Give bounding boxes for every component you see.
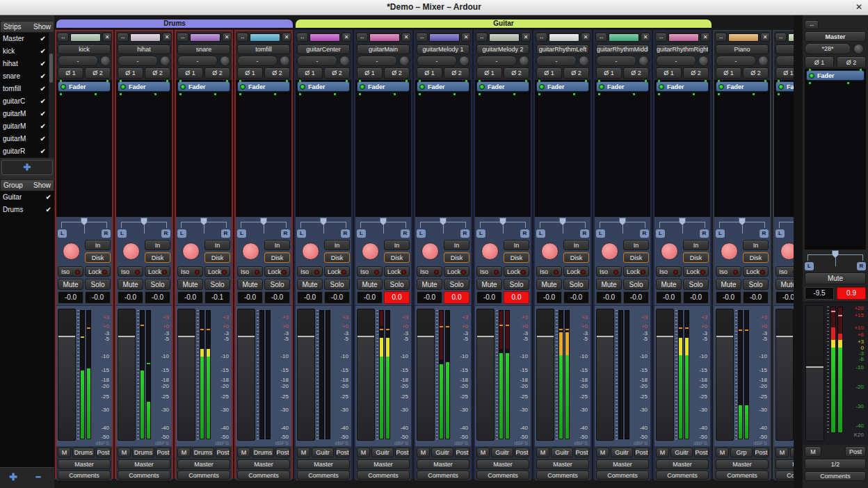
phase-2-button[interactable]: Ø 2 (85, 67, 111, 79)
disk-monitor-button[interactable]: Disk (743, 252, 769, 263)
gain-fader[interactable] (656, 309, 674, 441)
record-enable-button[interactable] (541, 243, 558, 260)
gain-display[interactable]: -0.0 (177, 291, 203, 304)
output-route-button[interactable]: Master (118, 459, 170, 469)
trim-button[interactable]: - (716, 56, 756, 66)
processor-box[interactable]: Fader (176, 80, 232, 217)
group-button[interactable]: Guitr (670, 448, 693, 457)
master-phase-2-button[interactable]: Ø 2 (837, 56, 866, 68)
phase-1-button[interactable]: Ø 1 (775, 67, 794, 79)
pan-widget[interactable]: LR (595, 217, 650, 238)
peak-display[interactable]: -0.1 (204, 291, 230, 304)
record-enable-button[interactable] (481, 243, 499, 260)
add-strip-button[interactable]: ✚ (1, 160, 53, 175)
trim-knob[interactable] (459, 56, 469, 66)
solo-isolate-button[interactable]: Iso (656, 266, 682, 277)
master-output-route-button[interactable]: 1/2 (805, 459, 866, 469)
fader-processor[interactable]: Fader (417, 81, 469, 92)
peak-display[interactable]: -0.0 (145, 291, 170, 304)
strip-color-swatch[interactable] (250, 33, 280, 42)
metering-point-button[interactable]: Post (335, 448, 350, 457)
mute-button[interactable]: Mute (536, 279, 562, 290)
gain-display[interactable]: -0.0 (596, 291, 622, 304)
phase-1-button[interactable]: Ø 1 (118, 67, 143, 79)
solo-button[interactable]: Solo (85, 279, 111, 290)
metering-point-button[interactable]: Post (694, 448, 709, 457)
strip-name-button[interactable]: snare (177, 44, 230, 54)
fader-processor[interactable]: Fader (58, 81, 111, 92)
close-strip-button[interactable]: ✕ (282, 33, 291, 42)
master-pan-widget[interactable]: L R (803, 250, 868, 271)
add-group-button[interactable]: ✚ (3, 471, 24, 484)
trim-button[interactable]: - (177, 56, 218, 66)
peak-display[interactable]: -0.0 (85, 291, 111, 304)
gain-display[interactable]: -0.0 (476, 291, 502, 304)
group-visible-checkbox[interactable]: ✔ (46, 206, 51, 213)
disk-monitor-button[interactable]: Disk (85, 252, 111, 263)
fader-lock-button[interactable]: Lock (204, 266, 230, 277)
trim-knob[interactable] (579, 56, 589, 66)
trim-button[interactable]: - (656, 56, 696, 66)
pan-right-badge[interactable]: R (460, 229, 469, 238)
solo-isolate-button[interactable]: Iso (118, 266, 143, 277)
strip-visible-checkbox[interactable]: ✔ (40, 147, 46, 155)
pan-widget[interactable]: LR (116, 217, 172, 238)
pan-right-badge[interactable]: R (857, 262, 866, 270)
trim-knob[interactable] (399, 56, 410, 66)
narrow-strip-button[interactable]: ↔ (236, 33, 248, 42)
gain-fader[interactable] (297, 309, 315, 441)
mono-button[interactable]: M (417, 448, 430, 457)
pan-right-badge[interactable]: R (281, 229, 290, 238)
group-tab-guitar[interactable]: Guitar (295, 19, 712, 29)
mute-button[interactable]: Mute (118, 279, 143, 290)
solo-isolate-button[interactable]: Iso (58, 266, 83, 277)
comments-button[interactable]: Comments (417, 471, 469, 480)
input-monitor-button[interactable]: In (384, 240, 410, 250)
output-route-button[interactable]: Master (237, 459, 290, 469)
phase-1-button[interactable]: Ø 1 (297, 67, 323, 79)
strip-name-button[interactable]: guitarCenter (297, 44, 350, 54)
input-monitor-button[interactable]: In (683, 240, 709, 250)
close-strip-button[interactable]: ✕ (461, 33, 471, 42)
trim-knob[interactable] (160, 56, 170, 66)
processor-box[interactable]: Fader (535, 80, 590, 217)
record-enable-button[interactable] (182, 243, 200, 260)
processor-box[interactable]: Fader (595, 80, 650, 217)
mute-button[interactable]: Mute (357, 279, 383, 290)
trim-button[interactable]: - (58, 56, 98, 66)
pan-right-badge[interactable]: R (161, 229, 170, 238)
strip-color-swatch[interactable] (728, 33, 759, 42)
phase-1-button[interactable]: Ø 1 (656, 67, 682, 79)
fader-processor[interactable]: Fader (118, 81, 170, 92)
close-strip-button[interactable]: ✕ (521, 33, 531, 42)
pan-left-badge[interactable]: L (536, 229, 545, 238)
master-comments-button[interactable]: Comments (805, 471, 866, 481)
gain-fader[interactable] (417, 309, 435, 441)
gain-fader[interactable] (177, 309, 195, 441)
trim-button[interactable]: - (357, 56, 397, 66)
disk-monitor-button[interactable]: Disk (384, 252, 410, 263)
comments-button[interactable]: Comments (357, 471, 410, 480)
input-monitor-button[interactable]: In (145, 240, 170, 250)
fader-lock-button[interactable]: Lock (85, 266, 111, 277)
strips-list-item[interactable]: guitarM✔ (0, 108, 49, 120)
group-button[interactable]: Guitr (491, 448, 513, 457)
narrow-strip-button[interactable]: ↔ (57, 33, 69, 42)
strip-color-swatch[interactable] (668, 33, 699, 42)
trim-button[interactable]: - (775, 56, 794, 66)
fader-processor[interactable]: Fader (357, 81, 410, 92)
strip-color-swatch[interactable] (130, 33, 161, 42)
pan-left-badge[interactable]: L (177, 229, 186, 238)
narrow-strip-button[interactable]: ↔ (655, 33, 667, 42)
gain-fader[interactable] (357, 309, 375, 441)
gain-fader[interactable] (118, 309, 136, 441)
strips-list-item[interactable]: guitarM✔ (0, 133, 49, 145)
record-enable-button[interactable] (362, 243, 379, 260)
narrow-strip-button[interactable]: ↔ (117, 33, 129, 42)
phase-2-button[interactable]: Ø 2 (384, 67, 410, 79)
mute-button[interactable]: Mute (58, 279, 83, 290)
pan-left-badge[interactable]: L (596, 229, 605, 238)
input-monitor-button[interactable]: In (504, 240, 529, 250)
input-monitor-button[interactable]: In (324, 240, 350, 250)
metering-point-button[interactable]: Post (574, 448, 589, 457)
